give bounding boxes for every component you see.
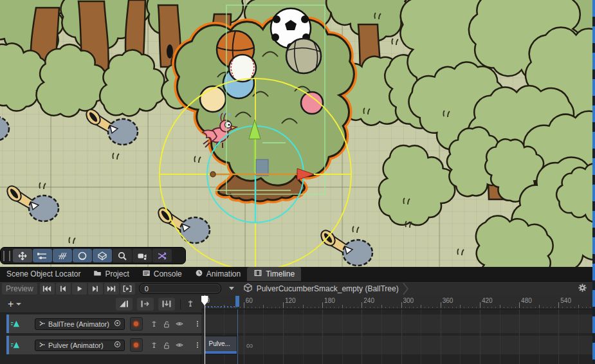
sphere-tool-button[interactable] [73, 249, 92, 262]
go-to-start-button[interactable] [40, 283, 55, 295]
tab-label: Timeline [266, 269, 295, 278]
tab-scene-object-locator[interactable]: Scene Object Locator [0, 267, 87, 281]
playhead-line [205, 295, 205, 364]
ruler-label: 420 [482, 297, 493, 304]
tab-label: Scene Object Locator [6, 269, 80, 278]
track-lane [201, 314, 592, 333]
scene-canvas[interactable] [0, 0, 595, 267]
track-lane [201, 336, 592, 354]
cube-icon [243, 283, 253, 295]
sphere-icon [77, 251, 87, 261]
pin-icon[interactable] [150, 341, 158, 350]
ruler-label: 300 [403, 297, 414, 304]
ruler-major-tick [362, 302, 362, 308]
right-edge-scrollbar[interactable] [592, 0, 595, 364]
ruler-label: 180 [324, 297, 335, 304]
preview-toggle-button[interactable]: Preview [2, 283, 37, 295]
shuffle-tool-button[interactable] [152, 249, 172, 262]
track-kebab-icon[interactable] [194, 319, 201, 329]
play-button[interactable] [72, 283, 87, 295]
timeline-track-toolbar: + [0, 295, 201, 313]
tab-console-icon [142, 269, 151, 279]
ruler-major-tick [480, 302, 481, 308]
tab-label: Animation [206, 269, 241, 278]
magnifier-icon [117, 251, 127, 261]
replace-mode-button[interactable] [158, 298, 175, 311]
play-range-button[interactable] [120, 283, 135, 295]
mix-mode-button[interactable] [116, 298, 133, 311]
camera-icon [137, 251, 147, 261]
timeline-transport-bar: Preview 0 PulverCucumberSmack_empty (Bal… [0, 281, 595, 295]
ruler-major-tick [283, 302, 284, 308]
hatch-tool-button[interactable] [53, 249, 72, 262]
track-color-stripe [6, 314, 9, 333]
object-picker-icon[interactable] [113, 340, 122, 350]
clip-label: Pulve... [209, 340, 230, 347]
duration-end-marker[interactable] [235, 296, 239, 307]
scene-toolbar [0, 247, 186, 264]
editor-window: Scene Object LocatorProjectConsoleAnimat… [0, 0, 595, 364]
ruler-label: 480 [521, 297, 532, 304]
track-binding-field[interactable]: BallTree (Animator) [35, 318, 125, 330]
gear-icon[interactable] [578, 283, 587, 295]
ruler-major-tick [441, 302, 441, 308]
move-tool-button[interactable] [13, 249, 32, 262]
breadcrumb[interactable]: PulverCucumberSmack_empty (BallTree) [243, 282, 409, 295]
rock-partial[interactable] [0, 116, 9, 141]
eye-icon[interactable] [174, 320, 185, 328]
track-row[interactable]: BallTree (Animator) [6, 314, 201, 333]
toolbar-drag-handle[interactable] [3, 251, 10, 261]
track-color-stripe [6, 336, 9, 354]
magnifier-tool-button[interactable] [113, 249, 132, 262]
record-button[interactable] [130, 338, 143, 352]
tab-project[interactable]: Project [87, 267, 135, 281]
go-to-end-button[interactable] [104, 283, 119, 295]
clip-lanes[interactable]: Pulve...∞ [201, 309, 592, 364]
add-track-button[interactable]: + [8, 298, 21, 310]
timeline-clip-area: 060120180240300360420480540 Pulve...∞ [201, 295, 592, 364]
tab-clock-icon [195, 269, 203, 279]
tab-console[interactable]: Console [136, 267, 188, 281]
scene-viewport[interactable] [0, 0, 595, 267]
timeline-track-list: + BallTree (Animator)Pulver (Animator) [0, 295, 201, 364]
ruler-label: 60 [246, 297, 253, 304]
track-name: Pulver (Animator) [48, 341, 111, 349]
prism-tool-button[interactable] [93, 249, 112, 262]
previous-frame-button[interactable] [56, 283, 71, 295]
animation-track-icon [10, 340, 20, 350]
record-button[interactable] [130, 317, 143, 331]
pin-icon[interactable] [150, 320, 158, 329]
track-binding-field[interactable]: Pulver (Animator) [35, 340, 125, 351]
shuffle-icon [157, 251, 167, 261]
camera-tool-button[interactable] [133, 249, 152, 262]
ruler-major-tick [244, 302, 244, 308]
breadcrumb-chevron-icon [403, 282, 409, 295]
playback-controls [39, 283, 135, 295]
current-frame-field[interactable]: 0 [139, 283, 221, 294]
mixer-tool-button[interactable] [33, 249, 52, 262]
timeline-panel: + BallTree (Animator)Pulver (Animator) 0… [0, 295, 595, 364]
tab-animation[interactable]: Animation [188, 267, 247, 281]
marker-pin-icon[interactable] [186, 299, 195, 309]
prefab-arrow-icon [38, 341, 46, 350]
ruler-major-tick [322, 302, 323, 308]
lock-icon[interactable] [162, 320, 170, 329]
tab-film-icon [253, 269, 262, 279]
track-kebab-icon[interactable] [194, 340, 201, 350]
ruler-major-tick [558, 302, 559, 308]
next-frame-button[interactable] [88, 283, 103, 295]
ripple-mode-button[interactable] [137, 298, 154, 311]
frame-ruler[interactable]: 060120180240300360420480540 [201, 295, 592, 309]
object-picker-icon[interactable] [113, 319, 122, 329]
animation-clip[interactable]: Pulve... [205, 336, 237, 354]
pulver-horn-rock[interactable] [5, 183, 59, 221]
prefab-arrow-icon [38, 320, 46, 329]
track-row[interactable]: Pulver (Animator) [6, 336, 201, 354]
eye-icon[interactable] [174, 341, 185, 349]
duration-end-line [237, 309, 238, 364]
tab-timeline[interactable]: Timeline [247, 267, 301, 281]
breadcrumb-label: PulverCucumberSmack_empty (BallTree) [257, 284, 399, 293]
mixer-icon [37, 251, 48, 261]
lock-icon[interactable] [162, 341, 170, 350]
frame-options-caret[interactable] [229, 287, 234, 290]
